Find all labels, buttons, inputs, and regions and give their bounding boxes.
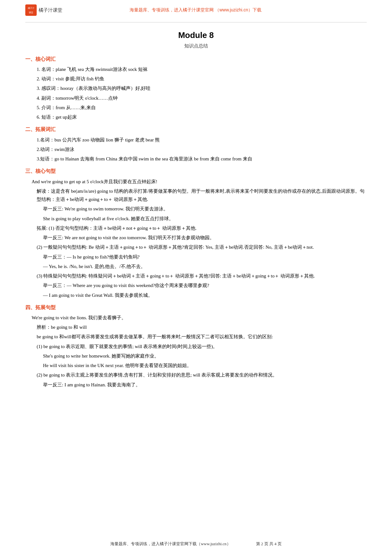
core-sentence-ex5: — Yes, he is. /No, he isn't. 是的,他去。/不,他不… (43, 262, 367, 271)
vocab-item-6: 6. 短语：get up起床 (37, 113, 367, 121)
expand-sentence-explain: be going to 和will都可表示将要发生或将要去做某事。用于一般将来时… (37, 333, 367, 341)
expand-vocab-item-3: 3.短语：go to Hainan 去海南 from China 来自中国 sw… (37, 155, 367, 163)
section-heading-1: 一、核心词汇 (25, 55, 367, 63)
header-slogan: 海量题库、专项训练，进入橘子汁课堂官网 （www.juzizhi.cn）下载 (62, 6, 329, 14)
core-sentence-expand3: (3) 特殊疑问句句型结构: 特殊疑问词＋be动词＋主语＋going＋to＋ 动… (37, 272, 367, 280)
subtitle: 知识点总结 (25, 42, 367, 50)
core-sentence-ex1: 举一反三: We're going to swim tomorrow. 我们明天… (43, 205, 367, 213)
section-heading-3: 三、核心句型 (25, 167, 367, 175)
svg-rect-0 (25, 4, 37, 16)
expand-sentence-ex1: She's going to write her homework. 她要写她的… (43, 352, 367, 360)
vocab-item-3: 3. 感叹词：hooray（表示激动与高兴的呼喊声）好,好哇 (37, 84, 367, 92)
vocab-item-5: 5. 介词：from 从……来,来自 (37, 103, 367, 112)
core-sentence-expand2: (2) 一般疑问句句型结构: Be 动词＋主语＋going＋to＋ 动词原形＋其… (37, 243, 367, 251)
expand-sentence-point2: (2) be going to 表示主观上将要发生的事情,含有打算、计划和安排好… (37, 371, 367, 379)
section-heading-4: 四、拓展句型 (25, 303, 367, 312)
vocab-item-2: 2. 动词：visit 参观;拜访 fish 钓鱼 (37, 75, 367, 83)
header-divider (25, 22, 367, 22)
expand-sentence-ex3: 举一反三: I am going to Hainan. 我要去海南了。 (43, 381, 367, 389)
page-footer: 海量题库、专项训练，进入橘子汁课堂官网下载（www.juzizhi.cn） 第 … (0, 540, 392, 547)
expand-sentence-point1: (1) be going to 表示近期、眼下就要发生的事情; will 表示将… (37, 342, 367, 351)
expand-vocab-item-1: 1.名词：bus 公共汽车 zoo 动物园 lion 狮子 tiger 老虎 b… (37, 136, 367, 144)
core-sentence-ex4: 举一反三：— Is he going to fish?他要去钓鱼吗? (43, 253, 367, 261)
expand-sentence-label: 辨析：be going to 和 will (37, 323, 367, 331)
footer-slogan: 海量题库、专项训练，进入橘子汁课堂官网下载（www.juzizhi.cn） (110, 540, 230, 547)
expand-vocab-item-2: 2.动词：swim游泳 (37, 145, 367, 153)
footer-page: 第 2 页 共 4 页 (256, 540, 282, 547)
title-area: Module 8 知识点总结 (25, 28, 367, 50)
core-sentence-ex3: 举一反三: We are not going to visit the zoo … (43, 234, 367, 242)
vocab-item-4: 4. 副词：tomorrow明天 o'clock……点钟 (37, 94, 367, 102)
logo-icon: 橘子汁 课堂 (25, 4, 37, 16)
expand-sentence-ex2: He will visit his sister in the UK next … (43, 361, 367, 370)
core-sentence-explain: 解读：这是含有 be(am/is/are) going to 结构的表示打算/将… (37, 187, 367, 204)
page-header: 橘子汁 课堂 橘子汁课堂 海量题库、专项训练，进入橘子汁课堂官网 （www.ju… (25, 0, 367, 19)
svg-text:课堂: 课堂 (29, 11, 33, 14)
core-sentence-expand1: 拓展: (1) 否定句句型结构：主语＋be动词＋not＋going＋to＋ 动词… (37, 224, 367, 232)
section-heading-2: 二、拓展词汇 (25, 125, 367, 134)
core-sentence-ex2: She is going to play volleyball at five … (43, 215, 367, 223)
core-sentence-main: And we're going to get up at 5 o'clock并且… (32, 178, 367, 186)
main-title: Module 8 (25, 28, 367, 42)
svg-text:橘子汁: 橘子汁 (28, 7, 34, 9)
core-sentence-ex6: 举一反三：— Where are you going to visit this… (43, 281, 367, 290)
logo-area: 橘子汁 课堂 橘子汁课堂 (25, 4, 62, 16)
logo-text: 橘子汁课堂 (39, 6, 62, 14)
expand-sentence-main: We're going to visit the lions. 我们要去看狮子。 (32, 314, 367, 322)
vocab-item-1: 1. 名词：plane 飞机 sea 大海 swimsuit游泳衣 sock 短… (37, 65, 367, 73)
core-sentence-ex7: — I am going to visit the Great Wall. 我要… (43, 291, 367, 299)
